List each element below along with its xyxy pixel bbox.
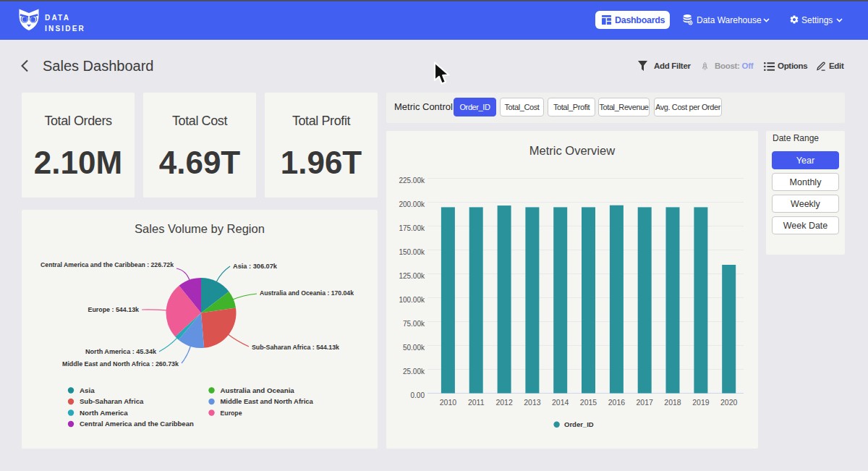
svg-text:Australia and Oceania : 170.04: Australia and Oceania : 170.04k xyxy=(260,289,354,297)
svg-text:2017: 2017 xyxy=(637,398,654,407)
svg-text:100.00k: 100.00k xyxy=(399,296,425,304)
svg-text:2015: 2015 xyxy=(580,398,597,407)
svg-text:Central America and the Caribb: Central America and the Caribbean : 226.… xyxy=(41,261,174,268)
svg-text:Asia : 306.07k: Asia : 306.07k xyxy=(233,263,278,270)
svg-text:Europe: Europe xyxy=(221,410,242,417)
svg-text:200.00k: 200.00k xyxy=(399,200,425,208)
svg-text:Order_ID: Order_ID xyxy=(564,420,594,428)
svg-text:2013: 2013 xyxy=(524,398,541,407)
svg-text:Central America and the Caribb: Central America and the Caribbean xyxy=(80,420,194,428)
svg-text:2019: 2019 xyxy=(692,398,710,407)
svg-text:2020: 2020 xyxy=(720,398,738,407)
svg-text:Sub-Saharan Africa: Sub-Saharan Africa xyxy=(80,398,144,405)
svg-text:Europe : 544.13k: Europe : 544.13k xyxy=(88,306,140,313)
svg-text:Metric Overview: Metric Overview xyxy=(529,144,615,157)
svg-text:Asia: Asia xyxy=(80,387,95,394)
svg-text:Australia and Oceania: Australia and Oceania xyxy=(221,387,295,394)
svg-text:Middle East and North Africa: Middle East and North Africa xyxy=(221,398,314,405)
svg-text:50.00k: 50.00k xyxy=(403,344,425,352)
svg-text:25.00k: 25.00k xyxy=(403,368,425,375)
svg-text:125.00k: 125.00k xyxy=(399,272,425,280)
svg-text:Sales Volume by Region: Sales Volume by Region xyxy=(135,222,265,235)
svg-text:0.00: 0.00 xyxy=(411,391,425,399)
svg-text:150.00k: 150.00k xyxy=(399,248,425,256)
svg-text:North America : 45.34k: North America : 45.34k xyxy=(85,348,157,355)
svg-text:225.00k: 225.00k xyxy=(399,177,425,184)
svg-text:2011: 2011 xyxy=(468,398,485,407)
svg-text:2012: 2012 xyxy=(495,398,513,407)
svg-text:2014: 2014 xyxy=(552,398,569,407)
svg-text:75.00k: 75.00k xyxy=(403,320,425,328)
svg-text:2016: 2016 xyxy=(608,398,626,407)
svg-text:2018: 2018 xyxy=(664,398,681,407)
svg-text:Sub-Saharan Africa : 544.13k: Sub-Saharan Africa : 544.13k xyxy=(252,344,340,351)
svg-text:175.00k: 175.00k xyxy=(399,224,425,232)
svg-text:Middle East and North Africa :: Middle East and North Africa : 260.73k xyxy=(62,360,179,368)
svg-text:North America: North America xyxy=(80,410,129,417)
svg-text:2010: 2010 xyxy=(440,398,457,407)
